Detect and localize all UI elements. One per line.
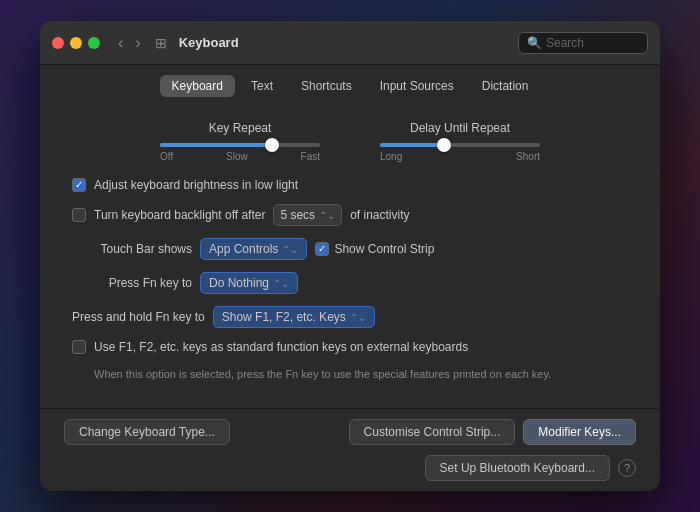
- touchbar-label: Touch Bar shows: [72, 242, 192, 256]
- search-icon: 🔍: [527, 36, 542, 50]
- backlight-checkbox[interactable]: [72, 208, 86, 222]
- tab-input-sources[interactable]: Input Sources: [368, 75, 466, 97]
- nav-buttons: ‹ ›: [114, 33, 145, 53]
- maximize-button[interactable]: [88, 37, 100, 49]
- backlight-row: Turn keyboard backlight off after 5 secs…: [72, 204, 628, 226]
- fn-hold-arrow: ⌃⌄: [350, 312, 366, 323]
- delay-long: Long: [380, 151, 402, 162]
- keyboard-preferences-window: ‹ › ⊞ Keyboard 🔍 Keyboard Text Shortcuts…: [40, 21, 660, 491]
- bottom-buttons-row: Change Keyboard Type... Customise Contro…: [40, 408, 660, 455]
- change-keyboard-button[interactable]: Change Keyboard Type...: [64, 419, 230, 445]
- key-repeat-off: Off: [160, 151, 173, 162]
- control-strip-check-icon: ✓: [318, 244, 326, 254]
- show-control-strip-row: ✓ Show Control Strip: [315, 242, 434, 256]
- brightness-label: Adjust keyboard brightness in low light: [94, 178, 298, 192]
- second-btn-row: Set Up Bluetooth Keyboard... ?: [40, 455, 660, 491]
- fn-key-row: Press Fn key to Do Nothing ⌃⌄: [72, 272, 628, 294]
- backlight-suffix: of inactivity: [350, 208, 409, 222]
- traffic-lights: [52, 37, 100, 49]
- modifier-keys-button[interactable]: Modifier Keys...: [523, 419, 636, 445]
- control-strip-checkbox[interactable]: ✓: [315, 242, 329, 256]
- titlebar: ‹ › ⊞ Keyboard 🔍: [40, 21, 660, 65]
- key-repeat-label: Key Repeat: [209, 121, 272, 135]
- touchbar-dropdown[interactable]: App Controls ⌃⌄: [200, 238, 307, 260]
- key-repeat-track[interactable]: [160, 143, 320, 147]
- fn-hold-dropdown[interactable]: Show F1, F2, etc. Keys ⌃⌄: [213, 306, 375, 328]
- backlight-label: Turn keyboard backlight off after: [94, 208, 265, 222]
- fn-key-dropdown[interactable]: Do Nothing ⌃⌄: [200, 272, 298, 294]
- backlight-dropdown[interactable]: 5 secs ⌃⌄: [273, 204, 342, 226]
- sliders-row: Key Repeat Off Slow Fast Delay Until Rep…: [72, 121, 628, 162]
- delay-short: Short: [516, 151, 540, 162]
- delay-repeat-track[interactable]: [380, 143, 540, 147]
- right-buttons: Customise Control Strip... Modifier Keys…: [349, 419, 636, 445]
- brightness-check-icon: ✓: [75, 180, 83, 190]
- key-repeat-slow: Slow: [226, 151, 248, 162]
- tab-dictation[interactable]: Dictation: [470, 75, 541, 97]
- backlight-dropdown-arrow: ⌃⌄: [319, 210, 335, 221]
- fn-hold-value: Show F1, F2, etc. Keys: [222, 310, 346, 324]
- key-repeat-thumb[interactable]: [265, 138, 279, 152]
- touchbar-arrow: ⌃⌄: [282, 244, 298, 255]
- key-repeat-fill: [160, 143, 272, 147]
- fn-checkbox-label: Use F1, F2, etc. keys as standard functi…: [94, 340, 468, 354]
- content-area: Key Repeat Off Slow Fast Delay Until Rep…: [40, 105, 660, 408]
- minimize-button[interactable]: [70, 37, 82, 49]
- delay-repeat-labels: Long Short: [380, 151, 540, 162]
- tab-shortcuts[interactable]: Shortcuts: [289, 75, 364, 97]
- tab-keyboard[interactable]: Keyboard: [160, 75, 235, 97]
- touchbar-value: App Controls: [209, 242, 278, 256]
- control-strip-label: Show Control Strip: [334, 242, 434, 256]
- delay-repeat-label: Delay Until Repeat: [410, 121, 510, 135]
- search-bar[interactable]: 🔍: [518, 32, 648, 54]
- tab-text[interactable]: Text: [239, 75, 285, 97]
- window-title: Keyboard: [179, 35, 510, 50]
- fn-checkbox-row: Use F1, F2, etc. keys as standard functi…: [72, 340, 628, 354]
- key-repeat-labels: Off Slow Fast: [160, 151, 320, 162]
- desktop-background: ‹ › ⊞ Keyboard 🔍 Keyboard Text Shortcuts…: [0, 0, 700, 512]
- delay-repeat-fill: [380, 143, 444, 147]
- fn-description: When this option is selected, press the …: [72, 366, 628, 383]
- touchbar-row: Touch Bar shows App Controls ⌃⌄ ✓ Show C…: [72, 238, 628, 260]
- tabs-bar: Keyboard Text Shortcuts Input Sources Di…: [40, 65, 660, 105]
- brightness-row: ✓ Adjust keyboard brightness in low ligh…: [72, 178, 628, 192]
- fn-hold-row: Press and hold Fn key to Show F1, F2, et…: [72, 306, 628, 328]
- backlight-value: 5 secs: [280, 208, 315, 222]
- back-button[interactable]: ‹: [114, 33, 127, 53]
- key-repeat-section: Key Repeat Off Slow Fast: [160, 121, 320, 162]
- fn-key-value: Do Nothing: [209, 276, 269, 290]
- fn-key-arrow: ⌃⌄: [273, 278, 289, 289]
- help-icon[interactable]: ?: [618, 459, 636, 477]
- search-input[interactable]: [546, 36, 636, 50]
- key-repeat-fast: Fast: [301, 151, 320, 162]
- grid-icon[interactable]: ⊞: [155, 35, 167, 51]
- customise-strip-button[interactable]: Customise Control Strip...: [349, 419, 516, 445]
- fn-hold-label: Press and hold Fn key to: [72, 310, 205, 324]
- delay-repeat-section: Delay Until Repeat Long Short: [380, 121, 540, 162]
- brightness-checkbox[interactable]: ✓: [72, 178, 86, 192]
- fn-key-label: Press Fn key to: [72, 276, 192, 290]
- delay-repeat-thumb[interactable]: [437, 138, 451, 152]
- forward-button[interactable]: ›: [131, 33, 144, 53]
- close-button[interactable]: [52, 37, 64, 49]
- bluetooth-button[interactable]: Set Up Bluetooth Keyboard...: [425, 455, 610, 481]
- fn-checkbox[interactable]: [72, 340, 86, 354]
